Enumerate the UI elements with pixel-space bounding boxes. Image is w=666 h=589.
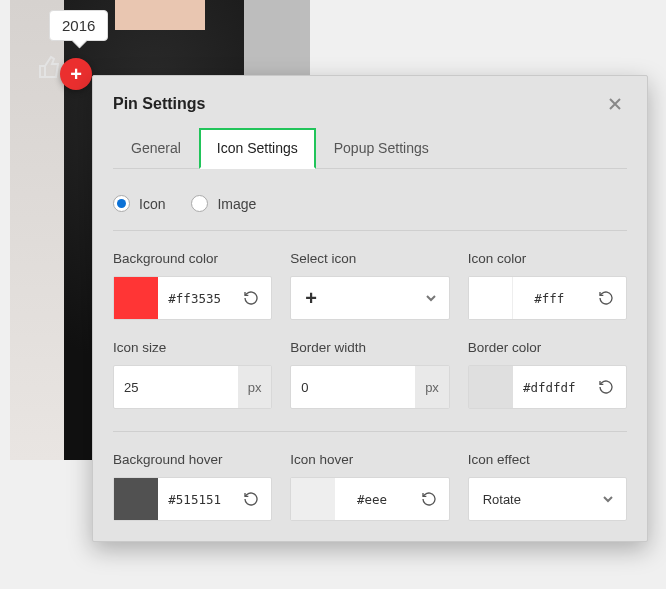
field-background-color: Background color #ff3535	[113, 251, 272, 320]
color-control[interactable]: #ff3535	[113, 276, 272, 320]
pin-type-radio-group: Icon Image	[113, 189, 627, 231]
field-label: Select icon	[290, 251, 449, 266]
color-swatch[interactable]	[114, 277, 158, 319]
color-value: #515151	[158, 478, 231, 520]
chevron-down-icon	[602, 493, 614, 505]
color-control[interactable]: #dfdfdf	[468, 365, 627, 409]
icon-picker[interactable]: +	[290, 276, 449, 320]
field-select-icon: Select icon +	[290, 251, 449, 320]
border-width-input[interactable]	[291, 366, 415, 408]
color-value: #ff3535	[158, 277, 231, 319]
tab-popup-settings[interactable]: Popup Settings	[316, 128, 447, 168]
reset-icon[interactable]	[586, 277, 626, 319]
color-swatch[interactable]	[469, 277, 513, 319]
color-value: #eee	[335, 478, 408, 520]
field-icon-effect: Icon effect Rotate	[468, 452, 627, 521]
modal-title: Pin Settings	[113, 95, 205, 113]
color-swatch[interactable]	[469, 366, 513, 408]
field-border-width: Border width px	[290, 340, 449, 409]
reset-icon[interactable]	[409, 478, 449, 520]
radio-image[interactable]: Image	[191, 195, 256, 212]
tabs: General Icon Settings Popup Settings	[113, 128, 627, 169]
reset-icon[interactable]	[231, 277, 271, 319]
color-value: #fff	[513, 277, 586, 319]
color-control[interactable]: #eee	[290, 477, 449, 521]
field-label: Background hover	[113, 452, 272, 467]
color-value: #dfdfdf	[513, 366, 586, 408]
field-label: Icon effect	[468, 452, 627, 467]
radio-label: Image	[217, 196, 256, 212]
color-swatch[interactable]	[114, 478, 158, 520]
thumb-icon	[38, 55, 62, 79]
color-swatch[interactable]	[291, 478, 335, 520]
unit-label: px	[415, 366, 448, 408]
field-label: Icon color	[468, 251, 627, 266]
chevron-down-icon	[425, 292, 437, 304]
radio-indicator	[191, 195, 208, 212]
pin-tooltip-year: 2016	[49, 10, 108, 41]
field-icon-color: Icon color #fff	[468, 251, 627, 320]
tab-icon-settings[interactable]: Icon Settings	[199, 128, 316, 169]
field-icon-hover: Icon hover #eee	[290, 452, 449, 521]
field-label: Icon hover	[290, 452, 449, 467]
field-icon-size: Icon size px	[113, 340, 272, 409]
plus-icon: +	[305, 287, 317, 310]
radio-label: Icon	[139, 196, 165, 212]
icon-size-input[interactable]	[114, 366, 238, 408]
radio-indicator	[113, 195, 130, 212]
color-control[interactable]: #515151	[113, 477, 272, 521]
number-control[interactable]: px	[290, 365, 449, 409]
tab-general[interactable]: General	[113, 128, 199, 168]
number-control[interactable]: px	[113, 365, 272, 409]
field-label: Icon size	[113, 340, 272, 355]
radio-icon[interactable]: Icon	[113, 195, 165, 212]
color-control[interactable]: #fff	[468, 276, 627, 320]
field-background-hover: Background hover #515151	[113, 452, 272, 521]
select-value: Rotate	[483, 492, 521, 507]
close-icon[interactable]	[603, 92, 627, 116]
field-border-color: Border color #dfdfdf	[468, 340, 627, 409]
reset-icon[interactable]	[231, 478, 271, 520]
field-label: Background color	[113, 251, 272, 266]
reset-icon[interactable]	[586, 366, 626, 408]
unit-label: px	[238, 366, 271, 408]
add-pin-button[interactable]: +	[60, 58, 92, 90]
icon-effect-select[interactable]: Rotate	[468, 477, 627, 521]
field-label: Border color	[468, 340, 627, 355]
field-label: Border width	[290, 340, 449, 355]
pin-settings-modal: Pin Settings General Icon Settings Popup…	[92, 75, 648, 542]
